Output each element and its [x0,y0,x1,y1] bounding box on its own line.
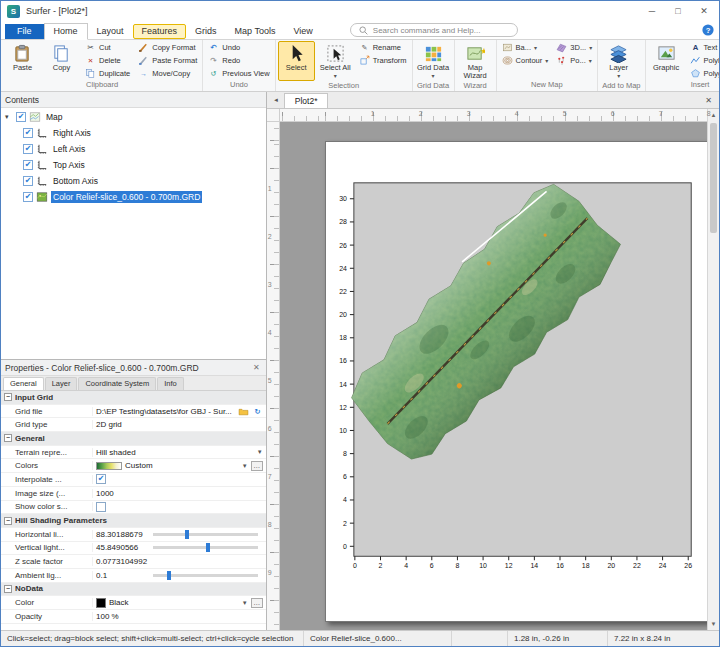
value-text: D:\EP Testing\datasets\for GBJ - Sur... [96,407,232,416]
open-folder-icon[interactable] [238,406,249,417]
tab-grids[interactable]: Grids [186,24,226,39]
scroll-thumb[interactable] [710,123,717,233]
properties-tab-layer[interactable]: Layer [45,377,78,390]
ribbon-group-insert: GraphicATextPolylinePolygon+Insert [646,40,719,91]
maximize-button[interactable]: □ [665,2,691,20]
close-button[interactable]: ✕ [691,2,717,20]
tree-item-top-axis[interactable]: ✔Top Axis [1,157,266,173]
property-row-input-grid[interactable]: −Input Grid [1,391,266,405]
visibility-checkbox[interactable]: ✔ [23,160,33,170]
value-checkbox[interactable] [96,502,106,512]
collapse-icon[interactable]: − [4,517,12,525]
new-base-button[interactable]: Ba...▾ [499,41,552,54]
copy-icon [52,44,71,63]
slider-thumb[interactable] [206,543,210,552]
group-label-wizard: Wizard [457,81,494,92]
value-checkbox[interactable]: ✔ [96,474,106,484]
property-label: Image size (... [1,489,93,498]
chevron-down-icon[interactable]: ▼ [242,463,248,469]
doc-tab-plot2[interactable]: Plot2* [284,93,329,108]
tree-item-bottom-axis[interactable]: ✔Bottom Axis [1,173,266,189]
properties-tab-info[interactable]: Info [157,377,184,390]
scroll-down-icon[interactable]: ▼ [708,618,719,630]
section-label: General [15,434,266,443]
new-3d-button[interactable]: 3D...▾ [553,41,595,54]
select-button[interactable]: Select [278,41,315,81]
properties-tab-coordinate-system[interactable]: Coordinate System [78,377,156,390]
visibility-checkbox[interactable]: ✔ [23,192,33,202]
transform-button[interactable]: Transform [356,54,410,67]
redo-button[interactable]: ↷Redo [205,54,272,67]
ribbon-help-button[interactable]: ? [701,23,715,37]
slider-thumb[interactable] [185,530,189,539]
properties-close-icon[interactable]: ✕ [251,363,262,372]
value-slider[interactable] [153,574,258,577]
undo-button[interactable]: ↶Undo [205,41,272,54]
properties-tab-general[interactable]: General [3,377,44,390]
doc-close-icon[interactable]: ✕ [701,96,716,105]
color-swatch[interactable] [96,598,106,608]
svg-text:26: 26 [684,562,692,569]
insert-text-button[interactable]: AText [687,41,719,54]
tree-item-right-axis[interactable]: ✔Right Axis [1,125,266,141]
move-copy-button[interactable]: →Move/Copy [135,67,200,80]
map-wizard-button[interactable]: ★Map Wizard [457,41,494,81]
tab-home[interactable]: Home [44,23,88,40]
grid-data-button[interactable]: Grid Data▾ [415,41,452,81]
chevron-down-icon[interactable]: ▼ [242,600,248,606]
tree-item-left-axis[interactable]: ✔Left Axis [1,141,266,157]
tree-item-map[interactable]: ▾✔Map [1,109,266,125]
expander-icon[interactable]: ▾ [5,113,13,121]
new-post-button[interactable]: Po...▾ [553,54,595,67]
tab-features[interactable]: Features [133,24,187,39]
slider-thumb[interactable] [167,571,171,580]
tab-view[interactable]: View [284,24,321,39]
layer-button[interactable]: Layer▾ [600,41,637,81]
delete-button[interactable]: ✕Delete [82,54,133,67]
collapse-icon[interactable]: − [4,393,12,401]
scroll-track[interactable] [708,121,719,618]
tree-item-color-relief-slice-0-600-0-700m-grd[interactable]: ✔Color Relief-slice_0.600 - 0.700m.GRD [1,189,266,205]
property-row-grid-file: Grid fileD:\EP Testing\datasets\for GBJ … [1,405,266,419]
vertical-scrollbar[interactable]: ▲ ▼ [707,109,719,630]
refresh-icon[interactable]: ↻ [252,406,263,417]
graphic-button[interactable]: Graphic [648,41,685,80]
minimize-button[interactable]: ─ [639,2,665,20]
collapse-icon[interactable]: − [4,434,12,442]
colormap-swatch[interactable] [96,462,122,470]
paste-button[interactable]: Paste [4,41,41,80]
previous-view-button[interactable]: ↺Previous View [205,67,272,80]
insert-polygon-button[interactable]: Polygon [687,67,719,80]
tab-file[interactable]: File [5,24,44,39]
property-row-nodata[interactable]: −NoData [1,583,266,597]
tab-map-tools[interactable]: Map Tools [226,24,285,39]
property-row-general[interactable]: −General [1,432,266,446]
copy-button[interactable]: Copy [43,41,80,80]
property-label: Opacity [1,612,93,621]
ellipsis-button[interactable]: … [251,598,263,608]
brush-icon [138,42,149,53]
command-search-input[interactable]: Search commands and Help... [350,23,518,37]
insert-polyline-button[interactable]: Polyline [687,54,719,67]
ribbon-group-wizard: ★Map WizardWizard [455,40,497,91]
copy-format-button[interactable]: Copy Format [135,41,200,54]
select-all-button[interactable]: Select All▾ [317,41,354,81]
ellipsis-button[interactable]: … [251,461,263,471]
tab-layout[interactable]: Layout [88,24,133,39]
duplicate-button[interactable]: Duplicate [82,67,133,80]
rename-button[interactable]: ✎Rename [356,41,410,54]
doc-tab-nav-left-icon[interactable]: ◄ [270,94,282,106]
paste-format-button[interactable]: Paste Format [135,54,200,67]
new-contour-button[interactable]: Contour▾ [499,54,552,67]
value-slider[interactable] [153,533,258,536]
collapse-icon[interactable]: − [4,585,12,593]
chevron-down-icon[interactable]: ▼ [257,449,263,455]
svg-text:16: 16 [556,562,564,569]
property-row-hill-shading-parameters[interactable]: −Hill Shading Parameters [1,514,266,528]
visibility-checkbox[interactable]: ✔ [23,176,33,186]
visibility-checkbox[interactable]: ✔ [23,128,33,138]
cut-button[interactable]: ✂Cut [82,41,133,54]
visibility-checkbox[interactable]: ✔ [16,112,26,122]
value-slider[interactable] [153,546,258,549]
visibility-checkbox[interactable]: ✔ [23,144,33,154]
